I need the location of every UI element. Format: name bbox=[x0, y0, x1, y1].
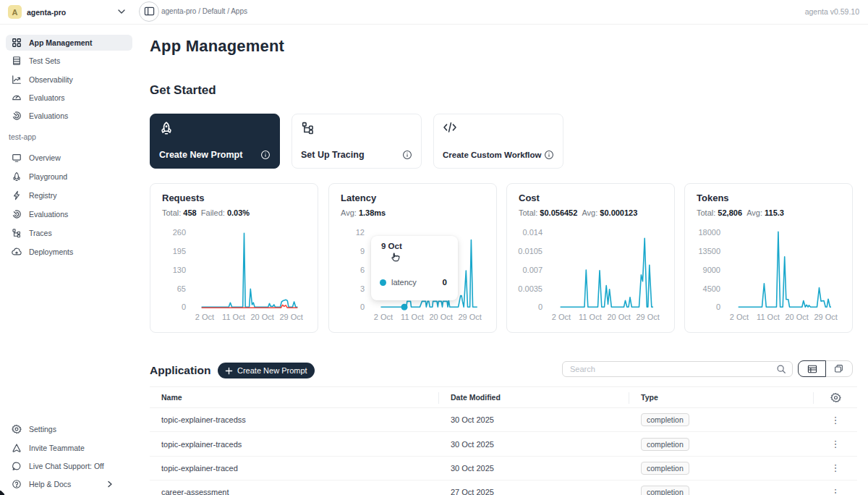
svg-text:11 Oct: 11 Oct bbox=[401, 313, 424, 321]
svg-text:20 Oct: 20 Oct bbox=[250, 313, 273, 321]
svg-text:2 Oct: 2 Oct bbox=[552, 313, 571, 321]
svg-text:11 Oct: 11 Oct bbox=[222, 313, 245, 321]
svg-text:11 Oct: 11 Oct bbox=[757, 313, 780, 321]
svg-text:0: 0 bbox=[360, 302, 365, 311]
svg-text:9: 9 bbox=[360, 247, 365, 255]
svg-text:0.007: 0.007 bbox=[522, 266, 542, 274]
svg-text:2 Oct: 2 Oct bbox=[730, 313, 749, 321]
svg-text:65: 65 bbox=[177, 284, 186, 293]
svg-text:9000: 9000 bbox=[703, 266, 720, 274]
svg-text:195: 195 bbox=[173, 247, 186, 255]
svg-text:0: 0 bbox=[182, 302, 186, 311]
svg-text:20 Oct: 20 Oct bbox=[429, 313, 452, 321]
svg-text:3: 3 bbox=[360, 284, 365, 293]
svg-text:18000: 18000 bbox=[698, 228, 720, 237]
svg-text:29 Oct: 29 Oct bbox=[458, 313, 481, 321]
svg-text:2 Oct: 2 Oct bbox=[195, 313, 214, 321]
svg-text:0: 0 bbox=[538, 302, 542, 311]
svg-text:0: 0 bbox=[716, 302, 720, 311]
svg-text:0.014: 0.014 bbox=[522, 228, 542, 237]
svg-text:4500: 4500 bbox=[703, 284, 720, 293]
svg-text:29 Oct: 29 Oct bbox=[636, 313, 659, 321]
svg-text:130: 130 bbox=[173, 266, 186, 274]
svg-text:20 Oct: 20 Oct bbox=[785, 313, 808, 321]
svg-text:20 Oct: 20 Oct bbox=[607, 313, 630, 321]
svg-text:0.0105: 0.0105 bbox=[518, 247, 542, 255]
svg-text:29 Oct: 29 Oct bbox=[814, 313, 837, 321]
svg-text:12: 12 bbox=[356, 228, 365, 237]
svg-text:29 Oct: 29 Oct bbox=[279, 313, 302, 321]
svg-text:6: 6 bbox=[360, 266, 365, 274]
svg-text:13500: 13500 bbox=[698, 247, 720, 255]
svg-text:11 Oct: 11 Oct bbox=[579, 313, 602, 321]
svg-text:0.0035: 0.0035 bbox=[518, 284, 542, 293]
svg-text:2 Oct: 2 Oct bbox=[374, 313, 393, 321]
svg-text:260: 260 bbox=[173, 228, 186, 237]
